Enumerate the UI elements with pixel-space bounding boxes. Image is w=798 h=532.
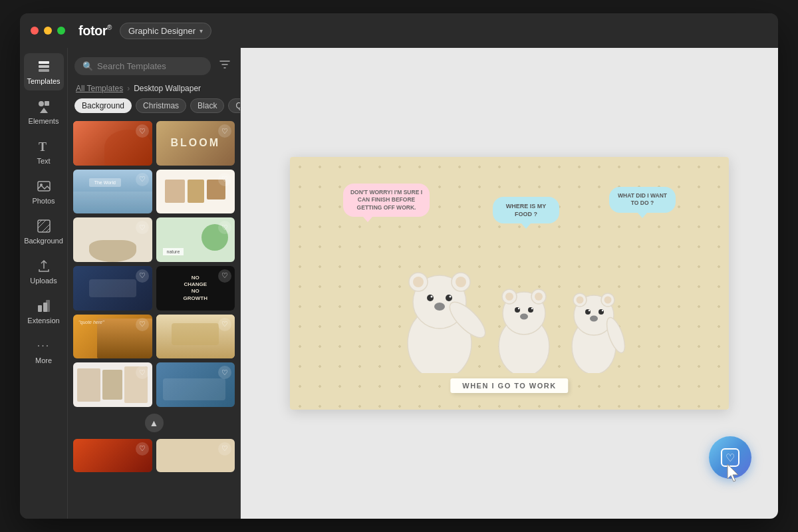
svg-point-29 [505, 293, 513, 301]
svg-point-21 [431, 296, 433, 298]
template-heart-icon[interactable]: ♡ [136, 442, 149, 456]
breadcrumb-root[interactable]: All Templates [76, 84, 123, 93]
sidebar-item-templates[interactable]: Templates [24, 53, 64, 90]
photos-icon [36, 178, 52, 194]
template-heart-icon[interactable]: ♡ [136, 221, 149, 234]
search-icon: 🔍 [82, 61, 93, 71]
maximize-button[interactable] [57, 27, 65, 35]
template-heart-icon[interactable]: ♡ [136, 124, 149, 138]
sidebar-item-uploads[interactable]: Uploads [24, 253, 64, 290]
designer-mode-selector[interactable]: Graphic Designer ▾ [120, 23, 211, 39]
sidebar-item-elements[interactable]: Elements [24, 93, 64, 130]
template-heart-icon[interactable]: ♡ [218, 269, 231, 283]
template-card[interactable]: ♡ [73, 121, 152, 166]
template-card[interactable]: ♡ [73, 362, 152, 407]
template-card[interactable]: nature ♡ [156, 217, 235, 262]
favorites-fab-button[interactable] [709, 436, 751, 479]
app-window: fotor® Graphic Designer ▾ Templates [20, 13, 778, 519]
filter-tag-black[interactable]: Black [190, 98, 224, 113]
sidebar-item-background[interactable]: Background [24, 213, 64, 250]
sidebar-item-more[interactable]: ··· More [24, 332, 64, 370]
template-heart-icon[interactable]: ♡ [218, 318, 231, 331]
background-icon [36, 218, 52, 234]
scroll-up-button[interactable]: ▲ [145, 414, 164, 432]
templates-panel: 🔍 All Templates › Desktop Wallpaper Bac [68, 48, 241, 519]
sidebar-item-label: Templates [27, 77, 60, 85]
svg-rect-0 [39, 61, 49, 64]
filter-tags: Background Christmas Black Quote› [68, 98, 240, 118]
sidebar: Templates Elements T Te [20, 48, 68, 519]
bubble-tail [638, 213, 647, 218]
svg-rect-4 [45, 101, 49, 106]
template-heart-icon[interactable]: ♡ [218, 442, 231, 456]
template-card[interactable]: ♡ [156, 315, 235, 359]
sidebar-item-label: Text [37, 157, 50, 165]
sidebar-item-label: Background [24, 237, 63, 245]
sidebar-item-extension[interactable]: Extension [24, 293, 64, 330]
template-card[interactable]: ♡ [73, 217, 152, 262]
app-logo: fotor® [78, 23, 112, 39]
template-card[interactable]: BLOOM ♡ [156, 121, 235, 166]
speech-bubble-left: DON'T WORRY! I'M SURE I CAN FINISH BEFOR… [343, 184, 430, 217]
more-icon: ··· [36, 338, 52, 354]
template-heart-icon[interactable]: ♡ [218, 173, 231, 186]
template-card[interactable]: ♡ [156, 362, 235, 407]
extension-icon [36, 298, 52, 314]
sidebar-item-label: More [35, 356, 52, 364]
bears-group [393, 257, 626, 373]
template-heart-icon[interactable]: ♡ [136, 173, 149, 186]
template-card[interactable]: ♡ [73, 266, 152, 311]
template-card[interactable]: "quote here" ♡ [73, 315, 152, 359]
svg-rect-10 [38, 305, 42, 312]
svg-rect-1 [39, 65, 49, 68]
svg-marker-5 [40, 108, 48, 113]
template-card[interactable]: ♡ [156, 170, 235, 214]
search-input[interactable] [97, 61, 203, 71]
filter-tag-quote[interactable]: Quote› [228, 98, 240, 113]
elements-icon [36, 98, 52, 114]
filter-tag-background[interactable]: Background [74, 98, 132, 113]
svg-text:T: T [39, 140, 47, 154]
svg-rect-12 [46, 300, 50, 312]
template-card[interactable]: NOCHANGENOGROWTH ♡ [156, 266, 235, 311]
filter-button[interactable] [216, 56, 233, 76]
template-card[interactable]: ♡ [73, 439, 152, 472]
svg-point-20 [446, 295, 452, 301]
speech-bubble-right: WHAT DID I WANT TO DO ? [609, 187, 676, 213]
template-heart-icon[interactable]: ♡ [136, 269, 149, 283]
sidebar-item-label: Uploads [30, 277, 57, 285]
bear-mid [489, 277, 559, 373]
titlebar: fotor® Graphic Designer ▾ [20, 13, 778, 48]
scene-content: DON'T WORRY! I'M SURE I CAN FINISH BEFOR… [290, 157, 729, 410]
sidebar-item-text[interactable]: T Text [24, 133, 64, 170]
canvas-frame: DON'T WORRY! I'M SURE I CAN FINISH BEFOR… [290, 157, 729, 410]
template-heart-icon[interactable]: ♡ [136, 318, 149, 331]
template-heart-icon[interactable]: ♡ [136, 366, 149, 379]
close-button[interactable] [31, 27, 39, 35]
search-input-wrap: 🔍 [74, 57, 211, 75]
template-heart-icon[interactable]: ♡ [218, 124, 231, 138]
logo-area: fotor® Graphic Designer ▾ [78, 23, 211, 39]
main-area: Templates Elements T Te [20, 48, 778, 519]
layers-icon [36, 59, 52, 74]
speech-bubbles-area: DON'T WORRY! I'M SURE I CAN FINISH BEFOR… [343, 184, 676, 263]
template-card[interactable]: ♡ [156, 439, 235, 472]
svg-point-40 [577, 297, 584, 304]
svg-point-45 [602, 310, 603, 311]
svg-point-3 [39, 101, 44, 106]
minimize-button[interactable] [44, 27, 52, 35]
sidebar-item-photos[interactable]: Photos [24, 173, 64, 210]
bear-small [563, 283, 626, 373]
search-bar: 🔍 [68, 48, 240, 81]
template-card[interactable]: The World ♡ [73, 170, 152, 214]
svg-point-19 [427, 295, 434, 301]
svg-point-35 [520, 314, 528, 320]
text-icon: T [36, 138, 52, 154]
filter-tag-christmas[interactable]: Christmas [136, 98, 186, 113]
scroll-area: ▲ [73, 411, 235, 435]
bubble-tail [521, 223, 531, 229]
svg-point-33 [518, 308, 519, 309]
breadcrumb-separator: › [127, 84, 130, 93]
sidebar-item-label: Elements [29, 117, 59, 125]
canvas-area: DON'T WORRY! I'M SURE I CAN FINISH BEFOR… [241, 48, 778, 519]
